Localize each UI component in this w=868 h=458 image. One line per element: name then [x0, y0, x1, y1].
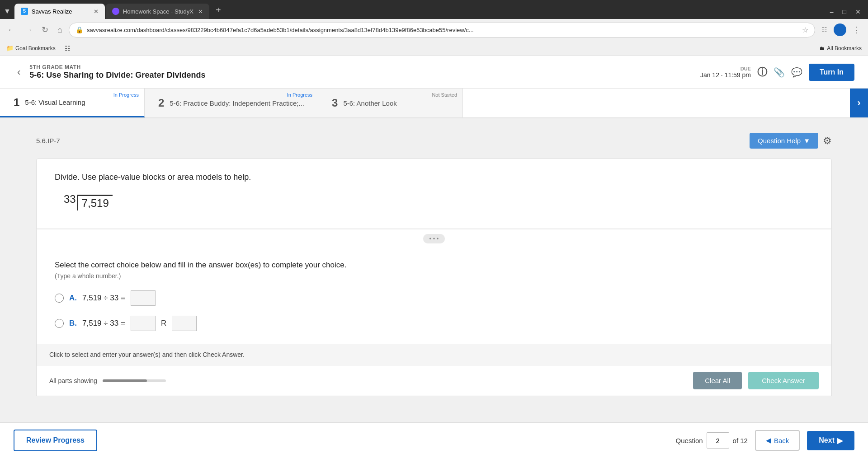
- back-nav-button[interactable]: ◀ Back: [755, 430, 800, 451]
- choice-a-radio[interactable]: [55, 294, 64, 303]
- progress-fill: [103, 379, 147, 382]
- browser-chrome: ▼ S Savvas Realize ✕ Homework Space - St…: [0, 0, 868, 56]
- tab1-title: 5-6: Visual Learning: [25, 98, 85, 106]
- tab-favicon-savvas: S: [21, 8, 28, 15]
- tab-label-savvas: Savvas Realize: [32, 8, 72, 15]
- footer: Review Progress Question of 12 ◀ Back Ne…: [0, 422, 868, 458]
- profile-btn[interactable]: ▼: [4, 7, 14, 19]
- assignment-info: 5TH GRADE MATH 5-6: Use Sharing to Divid…: [29, 64, 205, 80]
- collapse-divider[interactable]: • • •: [36, 229, 832, 248]
- next-arrow-icon: ▶: [837, 436, 843, 445]
- question-number-input[interactable]: [707, 432, 729, 449]
- question-nav: Question of 12: [676, 432, 748, 449]
- tab-practice-buddy[interactable]: In Progress 2 5-6: Practice Buddy: Indep…: [145, 89, 318, 117]
- goal-bookmarks-item[interactable]: 📁 Goal Bookmarks: [6, 45, 56, 51]
- parts-info: All parts showing: [49, 377, 166, 384]
- question-total: of 12: [733, 437, 748, 444]
- question-help-button[interactable]: Question Help ▼: [750, 133, 818, 149]
- collapse-dots-button[interactable]: • • •: [423, 234, 445, 243]
- info-button[interactable]: ⓘ: [757, 65, 767, 79]
- choice-b-input-quotient[interactable]: [131, 316, 156, 331]
- settings-button[interactable]: ⚙: [823, 135, 832, 147]
- minimize-button[interactable]: –: [826, 7, 837, 16]
- tab1-number: 1: [14, 96, 19, 109]
- header-left: ‹ 5TH GRADE MATH 5-6: Use Sharing to Div…: [14, 64, 205, 80]
- new-tab-button[interactable]: +: [210, 5, 226, 19]
- back-to-assignment-button[interactable]: ‹: [14, 65, 24, 80]
- close-tab-studyx[interactable]: ✕: [193, 8, 203, 15]
- choice-a-letter: A.: [69, 294, 77, 303]
- question-label: Question: [676, 437, 703, 444]
- choice-b-letter: B.: [69, 319, 77, 328]
- home-button[interactable]: ⌂: [55, 23, 65, 37]
- divisor-text: 33: [64, 193, 76, 206]
- tab-next-arrow[interactable]: ›: [850, 89, 868, 117]
- clear-all-button[interactable]: Clear All: [693, 372, 742, 389]
- tab-savvas[interactable]: S Savvas Realize ✕: [14, 4, 105, 19]
- bookmark-folder-icon: 📁: [6, 45, 14, 51]
- grid-icon[interactable]: ☷: [65, 45, 71, 52]
- question-content-box: Divide. Use place-value blocks or area m…: [36, 159, 832, 229]
- choice-a-expression: 7,519 ÷ 33 =: [82, 294, 125, 303]
- main-content: 5.6.IP-7 Question Help ▼ ⚙ Divide. Use p…: [0, 118, 868, 441]
- back-arrow-icon: ◀: [766, 436, 771, 444]
- hint-text: Click to select and enter your answer(s)…: [49, 351, 245, 358]
- footer-right: Question of 12 ◀ Back Next ▶: [676, 430, 854, 451]
- restore-button[interactable]: □: [839, 7, 850, 16]
- next-nav-button[interactable]: Next ▶: [807, 431, 854, 450]
- close-window-button[interactable]: ✕: [852, 7, 864, 16]
- review-progress-button[interactable]: Review Progress: [14, 430, 97, 451]
- choice-b-expression: 7,519 ÷ 33 =: [82, 319, 125, 328]
- r-label: R: [161, 319, 166, 328]
- address-bar: ← → ↻ ⌂ 🔒 savvasrealize.com/dashboard/cl…: [0, 19, 868, 41]
- extensions-button[interactable]: ☷: [819, 24, 830, 35]
- attachment-button[interactable]: 📎: [774, 67, 785, 78]
- due-date: Jan 12 · 11:59 pm: [700, 71, 751, 79]
- tabs-row: In Progress 1 5-6: Visual Learning In Pr…: [0, 89, 868, 118]
- menu-button[interactable]: ⋮: [850, 23, 863, 37]
- bookmark-all-icon: 🖿: [820, 45, 825, 51]
- tab-visual-learning[interactable]: In Progress 1 5-6: Visual Learning: [0, 89, 145, 117]
- app-header: ‹ 5TH GRADE MATH 5-6: Use Sharing to Div…: [0, 56, 868, 89]
- chevron-right-icon: ›: [857, 97, 860, 109]
- profile-icon[interactable]: [834, 23, 846, 36]
- tab3-number: 3: [332, 97, 338, 109]
- assignment-title: 5-6: Use Sharing to Divide: Greater Divi…: [29, 70, 205, 80]
- tab-studyx[interactable]: Homework Space - StudyX ✕: [106, 4, 209, 19]
- tab-bar: ▼ S Savvas Realize ✕ Homework Space - St…: [0, 0, 868, 19]
- security-icon: 🔒: [75, 26, 83, 33]
- choice-a-row: A. 7,519 ÷ 33 =: [55, 290, 813, 306]
- answer-instruction: Select the correct choice below and fill…: [55, 261, 813, 270]
- tab-favicon-studyx: [112, 8, 119, 15]
- choice-a-input[interactable]: [131, 290, 156, 306]
- nav-back-button[interactable]: ←: [5, 23, 18, 37]
- dividend-container: 7,519: [77, 195, 113, 210]
- turn-in-button[interactable]: Turn In: [809, 64, 854, 81]
- url-input-box[interactable]: 🔒 savvasrealize.com/dashboard/classes/98…: [69, 23, 815, 37]
- reload-button[interactable]: ↻: [39, 23, 51, 37]
- all-bookmarks-item[interactable]: 🖿 All Bookmarks: [820, 45, 862, 51]
- tab1-status: In Progress: [113, 92, 139, 98]
- grade-label: 5TH GRADE MATH: [29, 64, 205, 70]
- tab2-number: 2: [158, 97, 164, 109]
- url-text: savvasrealize.com/dashboard/classes/9832…: [87, 27, 798, 33]
- comments-button[interactable]: 💬: [791, 67, 802, 78]
- question-instruction: Divide. Use place-value blocks or area m…: [55, 173, 813, 182]
- close-tab-savvas[interactable]: ✕: [89, 8, 99, 15]
- tab-another-look[interactable]: Not Started 3 5-6: Another Look: [318, 89, 463, 117]
- choice-b-row: B. 7,519 ÷ 33 = R: [55, 316, 813, 331]
- bookmark-star-icon[interactable]: ☆: [802, 26, 808, 34]
- nav-forward-button[interactable]: →: [22, 23, 35, 37]
- question-help-label: Question Help: [758, 137, 801, 145]
- choice-b-radio[interactable]: [55, 319, 64, 328]
- check-answer-button[interactable]: Check Answer: [748, 372, 819, 389]
- next-label: Next: [819, 436, 835, 444]
- answer-hint: (Type a whole number.): [55, 272, 813, 280]
- answer-section: Select the correct choice below and fill…: [36, 248, 832, 344]
- controls-bar: All parts showing Clear All Check Answer: [36, 365, 832, 396]
- bookmarks-bar: 📁 Goal Bookmarks ☷ 🖿 All Bookmarks: [0, 41, 868, 56]
- choice-b-input-remainder[interactable]: [172, 316, 197, 331]
- division-problem: 33 7,519: [55, 193, 813, 210]
- header-right: DUE Jan 12 · 11:59 pm ⓘ 📎 💬 Turn In: [700, 64, 854, 81]
- dropdown-arrow-icon: ▼: [803, 137, 810, 145]
